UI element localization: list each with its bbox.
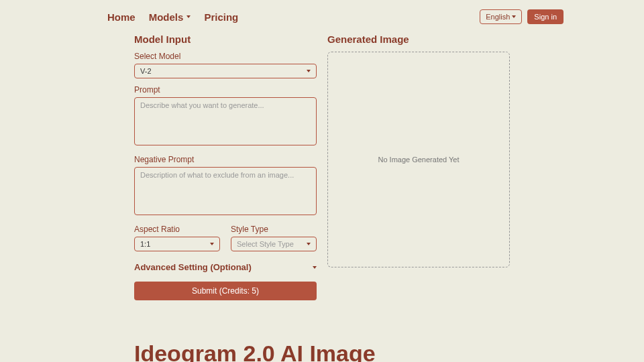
language-label: English [486, 13, 510, 21]
select-model-value: V-2 [140, 67, 152, 75]
aspect-ratio-label: Aspect Ratio [134, 225, 220, 234]
prompt-label: Prompt [134, 85, 317, 95]
chevron-down-icon [307, 70, 311, 72]
style-type-dropdown[interactable]: Select Style Type [231, 237, 317, 251]
style-type-placeholder: Select Style Type [237, 240, 294, 248]
no-image-text: No Image Generated Yet [378, 156, 459, 164]
chevron-down-icon [307, 243, 311, 245]
generated-image-panel: Generated Image No Image Generated Yet [327, 34, 510, 300]
aspect-ratio-value: 1:1 [140, 240, 150, 248]
select-model-label: Select Model [134, 52, 317, 61]
nav-home[interactable]: Home [107, 11, 136, 23]
main-content: Model Input Select Model V-2 Prompt Nega… [0, 34, 644, 300]
chevron-down-icon [512, 15, 516, 18]
nav: Home Models Pricing [107, 11, 238, 23]
generated-image-box: No Image Generated Yet [327, 52, 510, 267]
advanced-settings-label: Advanced Setting (Optional) [134, 262, 252, 272]
advanced-settings-toggle[interactable]: Advanced Setting (Optional) [134, 262, 317, 272]
prompt-input[interactable] [134, 97, 317, 145]
prompt-field: Prompt [134, 85, 317, 148]
nav-models-label: Models [149, 11, 184, 23]
negative-prompt-field: Negative Prompt [134, 155, 317, 218]
select-model-field: Select Model V-2 [134, 52, 317, 78]
topbar-right: English Sign in [480, 9, 564, 24]
model-input-panel: Model Input Select Model V-2 Prompt Nega… [134, 34, 317, 300]
hero-title: Ideogram 2.0 AI Image Generator [134, 341, 416, 362]
negative-prompt-input[interactable] [134, 167, 317, 215]
chevron-down-icon [186, 15, 191, 18]
generated-image-title: Generated Image [327, 34, 510, 45]
style-type-field: Style Type Select Style Type [231, 225, 317, 251]
negative-prompt-label: Negative Prompt [134, 155, 317, 164]
style-type-label: Style Type [231, 225, 317, 234]
ratio-style-row: Aspect Ratio 1:1 Style Type Select Style… [134, 225, 317, 258]
language-selector[interactable]: English [480, 9, 522, 24]
aspect-ratio-field: Aspect Ratio 1:1 [134, 225, 220, 251]
select-model-dropdown[interactable]: V-2 [134, 64, 317, 78]
nav-models[interactable]: Models [149, 11, 191, 23]
aspect-ratio-dropdown[interactable]: 1:1 [134, 237, 220, 251]
signin-button[interactable]: Sign in [527, 9, 564, 24]
chevron-down-icon [313, 266, 317, 269]
hero-section: Ideogram 2.0 AI Image Generator [0, 300, 644, 362]
model-input-title: Model Input [134, 34, 317, 45]
topbar: Home Models Pricing English Sign in [0, 0, 644, 34]
nav-pricing[interactable]: Pricing [204, 11, 238, 23]
chevron-down-icon [210, 243, 214, 245]
submit-button[interactable]: Submit (Credits: 5) [134, 282, 317, 300]
